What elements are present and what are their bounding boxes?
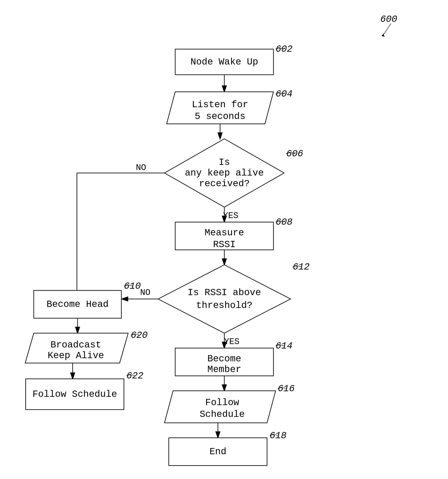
no-label-2: NO [140,288,150,298]
ref-600: 600 [380,14,397,25]
broadcast-label-1: Broadcast [50,339,101,350]
node-wake-up-label: Node Wake Up [191,57,258,67]
listen-label-2: 5 seconds [195,111,246,122]
follow-schedule-left-label: Follow Schedule [33,389,117,399]
follow-schedule-right-label-2: Schedule [200,409,245,420]
no-label-1: NO [136,163,146,173]
become-member-label-1: Become [207,353,241,364]
flowchart-diagram: 600 Node Wake Up 602 Listen for 5 second… [0,0,448,479]
end-label: End [209,446,226,457]
broadcast-label-2: Keep Alive [48,350,104,361]
rssi-threshold-label-1: Is RSSI above [187,287,261,298]
keep-alive-label-1: Is [219,157,230,168]
become-head-label: Become Head [47,299,108,310]
measure-rssi-label-1: Measure [205,227,244,238]
measure-rssi-label-2: RSSI [213,239,236,250]
become-member-label-2: Member [207,364,241,375]
rssi-threshold-label-2: threshold? [196,300,253,311]
rssi-threshold-diamond [158,265,291,333]
yes-label-1: YES [223,211,238,221]
keep-alive-label-2: any keep alive [185,168,264,178]
yes-label-2: YES [224,337,240,346]
svg-marker-3 [381,34,385,37]
follow-schedule-right-label-1: Follow [205,397,239,408]
keep-alive-label-3: received? [199,178,250,189]
listen-label-1: Listen for [192,99,248,110]
